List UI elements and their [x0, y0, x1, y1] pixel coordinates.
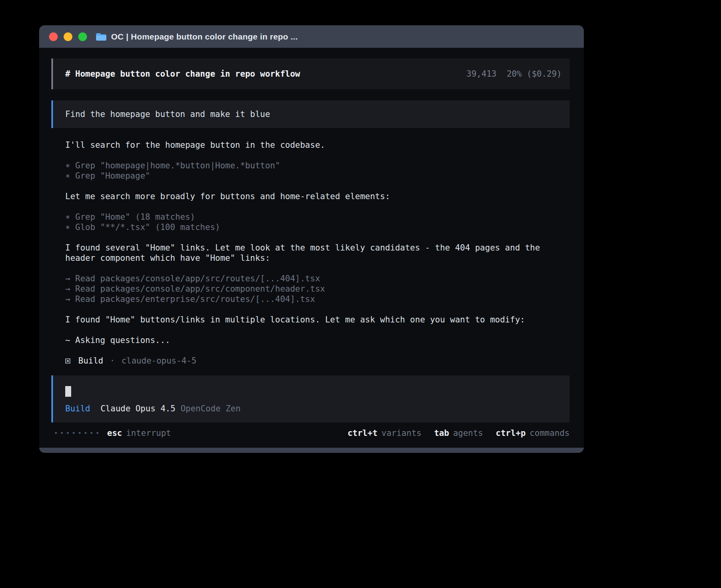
- assistant-line: I found "Home" buttons/links in multiple…: [65, 315, 570, 325]
- separator-dot: ·: [110, 356, 115, 366]
- titlebar: OC | Homepage button color change in rep…: [39, 25, 584, 48]
- agent-name: Build: [78, 356, 103, 366]
- shortcut-label: agents: [453, 428, 483, 438]
- assistant-line: Let me search more broadly for buttons a…: [65, 191, 570, 202]
- assistant-line: I'll search for the homepage button in t…: [65, 140, 570, 150]
- shortcut-key: ctrl+p: [496, 428, 526, 438]
- tool-call-group: ∗ Grep "homepage|home.*button|Home.*butt…: [65, 160, 570, 181]
- tool-call-group: → Read packages/console/app/src/routes/[…: [65, 273, 570, 304]
- model-name: Claude Opus 4.5: [100, 403, 176, 414]
- agent-status-text: Build · claude-opus-4-5: [78, 356, 196, 366]
- status-bar-left: esc interrupt: [51, 428, 171, 438]
- assistant-text: I'll search for the homepage button in t…: [65, 140, 570, 150]
- provider-name: OpenCode Zen: [181, 403, 241, 414]
- tool-call-read: → Read packages/enterprise/src/routes/[.…: [65, 294, 570, 304]
- session-stats: 39,413 20% ($0.29): [466, 69, 562, 79]
- close-button[interactable]: [49, 32, 58, 41]
- dotted-spinner-icon: [55, 432, 98, 434]
- tool-call-grep: ∗ Grep "homepage|home.*button|Home.*butt…: [65, 160, 570, 171]
- session-header: # Homepage button color change in repo w…: [51, 58, 570, 89]
- prompt-input[interactable]: Build Claude Opus 4.5 OpenCode Zen: [51, 375, 570, 422]
- agent-status-line: Build · claude-opus-4-5: [65, 356, 570, 366]
- tool-call-group: ∗ Grep "Home" (18 matches) ∗ Glob "**/*.…: [65, 212, 570, 232]
- esc-key: esc: [107, 428, 122, 438]
- tool-call-read: → Read packages/console/app/src/routes/[…: [65, 273, 570, 284]
- tool-call-read: → Read packages/console/app/src/componen…: [65, 284, 570, 294]
- agent-mode-label: Build: [65, 403, 90, 414]
- assistant-text: I found several "Home" links. Let me loo…: [65, 243, 570, 263]
- status-message: ~ Asking questions...: [65, 335, 570, 345]
- shortcut-commands: ctrl+p commands: [496, 428, 570, 438]
- user-message: Find the homepage button and make it blu…: [51, 100, 570, 128]
- shortcut-variants: ctrl+t variants: [347, 428, 421, 438]
- shortcut-agents: tab agents: [434, 428, 483, 438]
- shortcut-label: commands: [530, 428, 570, 438]
- context-usage: 20% ($0.29): [507, 69, 562, 79]
- terminal-content: # Homepage button color change in repo w…: [39, 48, 584, 448]
- tool-call-grep: ∗ Grep "Homepage": [65, 171, 570, 181]
- minimize-button[interactable]: [64, 32, 72, 41]
- shortcut-key: ctrl+t: [347, 428, 377, 438]
- shortcut-interrupt: esc interrupt: [107, 428, 171, 438]
- window-title: OC | Homepage button color change in rep…: [111, 32, 298, 41]
- terminal-window: OC | Homepage button color change in rep…: [39, 25, 584, 453]
- user-message-text: Find the homepage button and make it blu…: [65, 109, 562, 119]
- token-count: 39,413: [466, 69, 496, 79]
- traffic-lights: [49, 32, 87, 41]
- assistant-text: I found "Home" buttons/links in multiple…: [65, 315, 570, 325]
- session-title: # Homepage button color change in repo w…: [65, 69, 300, 79]
- assistant-text: Let me search more broadly for buttons a…: [65, 191, 570, 202]
- assistant-line: I found several "Home" links. Let me loo…: [65, 243, 570, 263]
- status-bar-right: ctrl+t variants tab agents ctrl+p comman…: [347, 428, 570, 438]
- tool-call-glob: ∗ Glob "**/*.tsx" (100 matches): [65, 222, 570, 232]
- zoom-button[interactable]: [78, 32, 87, 41]
- agent-mode-icon: [65, 358, 70, 364]
- status-bar: esc interrupt ctrl+t variants tab agents…: [51, 428, 570, 438]
- window-title-area: OC | Homepage button color change in rep…: [96, 32, 298, 41]
- agent-model: claude-opus-4-5: [121, 356, 196, 366]
- asking-questions-status: ~ Asking questions...: [65, 335, 570, 345]
- input-status-line: Build Claude Opus 4.5 OpenCode Zen: [65, 403, 562, 414]
- folder-icon: [96, 32, 107, 41]
- shortcut-key: tab: [434, 428, 449, 438]
- esc-label: interrupt: [126, 428, 171, 438]
- shortcut-label: variants: [381, 428, 421, 438]
- tool-call-grep: ∗ Grep "Home" (18 matches): [65, 212, 570, 222]
- text-cursor: [65, 386, 71, 397]
